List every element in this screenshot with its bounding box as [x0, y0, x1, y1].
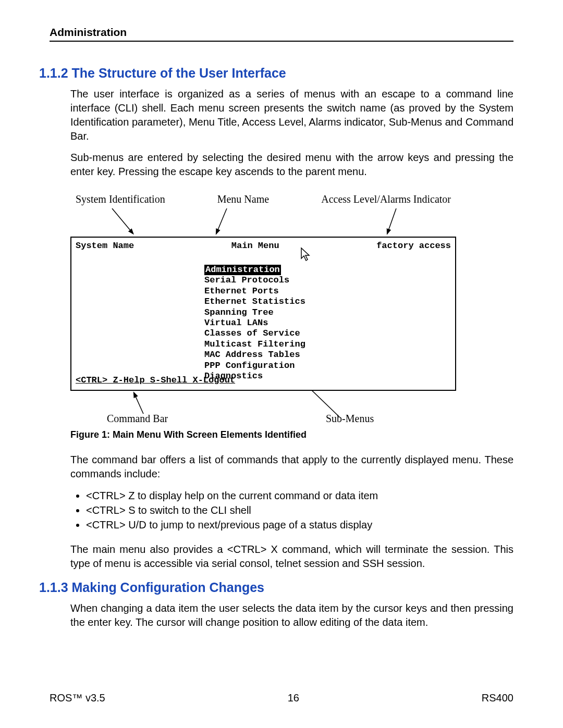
menu-item[interactable]: Spanning Tree	[204, 307, 305, 318]
menu-item[interactable]: MAC Address Tables	[204, 350, 305, 360]
callout-sub-menus: Sub-Menus	[326, 413, 374, 425]
svg-line-3	[134, 393, 143, 414]
command-list-item: <CTRL> S to switch to the CLI shell	[86, 503, 513, 517]
menu-item-selected[interactable]: Administration	[204, 265, 281, 275]
callout-access-level: Access Level/Alarms Indicator	[321, 193, 451, 205]
terminal-system-name: System Name	[76, 241, 134, 251]
menu-item[interactable]: Ethernet Ports	[204, 286, 305, 297]
section-1-1-2-heading: 1.1.2 The Structure of the User Interfac…	[39, 66, 513, 81]
command-list: <CTRL> Z to display help on the current …	[86, 488, 513, 532]
menu-item[interactable]: Classes of Service	[204, 328, 305, 339]
section-1-1-2-p1: The user interface is organized as a ser…	[70, 87, 513, 143]
callout-system-identification: System Identification	[76, 193, 165, 205]
figure-1-caption: Figure 1: Main Menu With Screen Elements…	[70, 429, 513, 440]
terminal-header-row: System Name Main Menu factory access	[76, 241, 451, 251]
figure-top-arrows	[70, 207, 456, 237]
footer-page-number: 16	[288, 692, 299, 704]
figure-bottom-callouts: Command Bar Sub-Menus	[70, 391, 456, 424]
page-header: Administration	[50, 26, 513, 42]
mouse-cursor-icon	[300, 247, 311, 262]
section-1-1-3-p1: When changing a data item the user selec…	[70, 601, 513, 630]
command-list-item: <CTRL> Z to display help on the current …	[86, 488, 513, 503]
terminal-menu-list: Administration Serial Protocols Ethernet…	[204, 265, 305, 381]
page-footer: ROS™ v3.5 16 RS400	[50, 692, 513, 704]
figure-1: System Identification Menu Name Access L…	[70, 193, 456, 424]
svg-line-2	[387, 208, 396, 233]
menu-item[interactable]: Serial Protocols	[204, 275, 305, 286]
menu-item[interactable]: Multicast Filtering	[204, 339, 305, 350]
header-title: Administration	[50, 26, 127, 38]
terminal-window: System Name Main Menu factory access Adm…	[70, 237, 456, 391]
command-list-item: <CTRL> U/D to jump to next/previous page…	[86, 517, 513, 532]
section-1-1-2-p3: The command bar offers a list of command…	[70, 453, 513, 481]
top-arrows-svg	[70, 207, 456, 237]
menu-item[interactable]: Ethernet Statistics	[204, 297, 305, 307]
terminal-command-bar[interactable]: <CTRL> Z-Help S-Shell X-Logout	[76, 375, 235, 386]
section-1-1-2-p2: Sub-menus are entered by selecting the d…	[70, 151, 513, 179]
section-1-1-3-heading: 1.1.3 Making Configuration Changes	[39, 580, 513, 595]
figure-top-callouts: System Identification Menu Name Access L…	[76, 193, 451, 205]
terminal-menu-title: Main Menu	[134, 241, 376, 251]
section-1-1-2-p4: The main menu also provides a <CTRL> X c…	[70, 542, 513, 571]
callout-menu-name: Menu Name	[217, 193, 269, 205]
page: Administration 1.1.2 The Structure of th…	[0, 0, 563, 728]
menu-item[interactable]: Virtual LANs	[204, 318, 305, 328]
svg-line-1	[216, 208, 227, 233]
footer-product: ROS™ v3.5	[50, 692, 105, 704]
svg-line-0	[112, 208, 133, 233]
terminal-access-level: factory access	[376, 241, 451, 251]
callout-command-bar: Command Bar	[107, 413, 168, 425]
menu-item[interactable]: PPP Configuration	[204, 361, 305, 371]
footer-model: RS400	[482, 692, 513, 704]
